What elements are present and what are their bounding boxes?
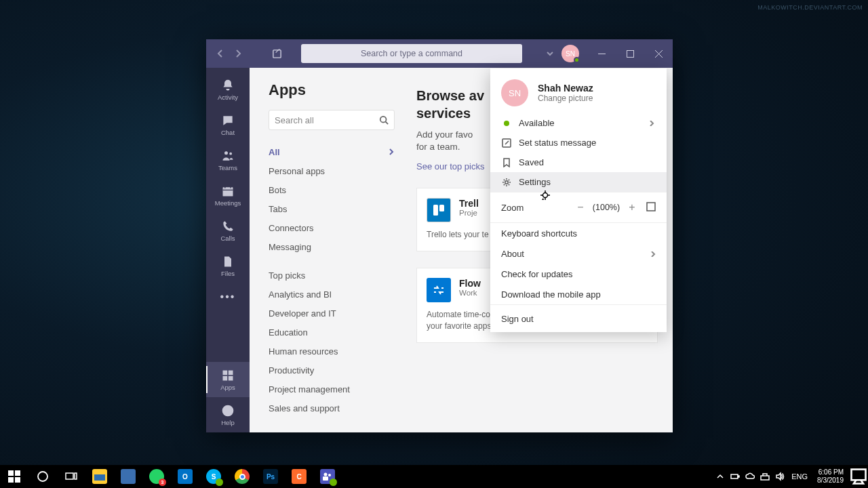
category-item[interactable]: Messaging — [269, 237, 395, 256]
svg-point-10 — [380, 117, 387, 123]
category-item[interactable]: Personal apps — [269, 161, 395, 180]
svg-rect-23 — [75, 473, 77, 479]
category-item[interactable]: Bots — [269, 180, 395, 199]
svg-rect-5 — [223, 370, 228, 375]
card-subtitle: Proje — [459, 209, 479, 217]
apps-sidebar: Apps Search all All Personal apps Bots T… — [250, 68, 407, 432]
svg-rect-20 — [15, 477, 20, 483]
taskbar-skype[interactable]: S — [199, 465, 228, 488]
fullscreen-button[interactable] — [646, 202, 656, 214]
svg-rect-26 — [323, 476, 328, 481]
category-item[interactable]: Human resources — [269, 342, 395, 361]
category-item[interactable]: Analytics and BI — [269, 285, 395, 304]
card-title: Trell — [459, 198, 479, 209]
settings-item[interactable]: Settings — [490, 172, 667, 192]
window-minimize-button[interactable] — [587, 39, 616, 68]
category-item[interactable]: Project management — [269, 380, 395, 399]
svg-point-25 — [328, 474, 331, 476]
svg-rect-12 — [439, 205, 444, 211]
titlebar: Search or type a command SN — [206, 39, 673, 68]
status-available-item[interactable]: Available — [490, 113, 667, 133]
available-dot-icon — [504, 121, 509, 126]
taskbar-camtasia[interactable]: C — [285, 465, 313, 488]
svg-rect-28 — [738, 476, 739, 477]
cortana-button[interactable] — [28, 465, 57, 488]
rail-files[interactable]: Files — [206, 248, 250, 283]
check-updates-item[interactable]: Check for updates — [490, 264, 667, 284]
taskbar-photoshop[interactable]: Ps — [256, 465, 285, 488]
command-search-input[interactable]: Search or type a command — [301, 44, 522, 63]
svg-rect-22 — [66, 473, 73, 479]
rail-activity[interactable]: Activity — [206, 72, 250, 107]
svg-rect-4 — [223, 187, 233, 196]
category-all[interactable]: All — [269, 142, 395, 161]
nav-back-button[interactable] — [213, 46, 228, 61]
taskbar-teams[interactable] — [313, 465, 342, 488]
taskbar-clock[interactable]: 6:06 PM8/3/2019 — [812, 468, 849, 485]
window-maximize-button[interactable] — [616, 39, 644, 68]
svg-rect-11 — [433, 205, 438, 216]
org-switcher-dropdown[interactable] — [544, 50, 556, 57]
start-button[interactable] — [0, 465, 28, 488]
rail-meetings[interactable]: Meetings — [206, 178, 250, 213]
rail-chat[interactable]: Chat — [206, 107, 250, 142]
category-item[interactable]: Connectors — [269, 218, 395, 237]
nav-forward-button[interactable] — [231, 46, 245, 61]
category-item[interactable]: Education — [269, 323, 395, 342]
popout-icon[interactable] — [264, 49, 289, 59]
apps-heading: Apps — [269, 81, 395, 99]
flow-icon — [427, 278, 451, 302]
taskbar-app[interactable] — [114, 465, 142, 488]
keyboard-shortcuts-item[interactable]: Keyboard shortcuts — [490, 223, 667, 243]
about-item[interactable]: About — [490, 243, 667, 264]
wallpaper-watermark: MALKOWITCH.DEVIANTART.COM — [757, 4, 863, 11]
svg-rect-18 — [15, 470, 20, 476]
svg-rect-8 — [229, 375, 233, 380]
tray-battery-icon[interactable] — [728, 472, 743, 481]
svg-rect-29 — [761, 476, 769, 480]
rail-teams[interactable]: Teams — [206, 142, 250, 178]
category-item[interactable]: Tabs — [269, 199, 395, 218]
category-item[interactable]: Top picks — [269, 266, 395, 285]
svg-rect-27 — [731, 474, 738, 479]
rail-help[interactable]: Help — [206, 397, 250, 432]
apps-search-input[interactable]: Search all — [269, 110, 395, 130]
svg-point-14 — [505, 180, 509, 184]
set-status-item[interactable]: Set status message — [490, 133, 667, 152]
zoom-in-button[interactable]: + — [625, 201, 639, 214]
cursor-icon — [540, 190, 551, 201]
download-app-item[interactable]: Download the mobile app — [490, 284, 667, 304]
rail-more-button[interactable]: ••• — [206, 283, 250, 310]
windows-taskbar: 3 O S Ps C ENG 6:06 PM8/3/2019 — [0, 465, 868, 488]
saved-item[interactable]: Saved — [490, 152, 667, 172]
taskbar-file-explorer[interactable] — [85, 465, 114, 488]
window-close-button[interactable] — [644, 39, 673, 68]
taskbar-outlook[interactable]: O — [171, 465, 199, 488]
card-subtitle: Work — [459, 289, 481, 297]
zoom-out-button[interactable]: − — [573, 201, 588, 214]
tray-onedrive-icon[interactable] — [743, 472, 757, 481]
profile-menu: SN Shah Newaz Change picture Available S… — [490, 68, 667, 332]
svg-point-3 — [229, 152, 232, 155]
action-center-button[interactable] — [849, 467, 868, 486]
svg-point-16 — [543, 193, 548, 198]
presence-indicator-icon — [574, 57, 580, 63]
tray-network-icon[interactable] — [757, 472, 772, 481]
profile-avatar-button[interactable]: SN — [561, 45, 579, 62]
rail-calls[interactable]: Calls — [206, 213, 250, 248]
tray-volume-icon[interactable] — [772, 472, 787, 481]
taskbar-whatsapp[interactable]: 3 — [142, 465, 171, 488]
taskbar-chrome[interactable] — [228, 465, 256, 488]
sign-out-item[interactable]: Sign out — [490, 305, 667, 332]
category-item[interactable]: Sales and support — [269, 399, 395, 418]
rail-apps[interactable]: Apps — [206, 362, 250, 397]
language-indicator[interactable]: ENG — [787, 472, 812, 481]
category-item[interactable]: Developer and IT — [269, 304, 395, 323]
task-view-button[interactable] — [57, 465, 85, 488]
change-picture-link[interactable]: Change picture — [538, 94, 593, 103]
app-rail: Activity Chat Teams Meetings Calls Files… — [206, 68, 250, 432]
zoom-control: Zoom − (100%) + — [490, 192, 667, 222]
tray-chevron-icon[interactable] — [713, 472, 728, 481]
svg-rect-6 — [229, 370, 233, 375]
category-item[interactable]: Productivity — [269, 361, 395, 380]
